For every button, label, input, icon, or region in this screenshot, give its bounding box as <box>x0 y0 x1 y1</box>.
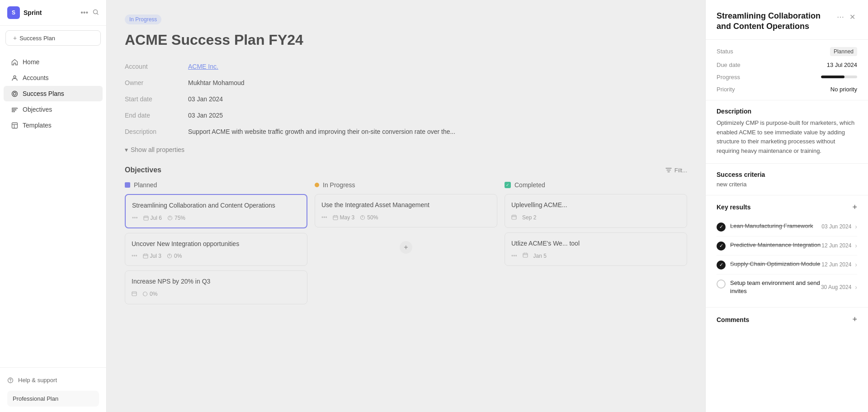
sidebar-logo-area: S Sprint <box>7 6 42 19</box>
completed-status-icon: ✓ <box>505 182 511 188</box>
sidebar-header: S Sprint ••• <box>0 0 106 26</box>
add-comment-button[interactable]: + <box>852 315 857 324</box>
svg-point-15 <box>143 292 147 296</box>
home-icon <box>11 58 18 66</box>
sidebar-nav: Home Accounts Success Plans <box>0 50 106 367</box>
sidebar-item-accounts[interactable]: Accounts <box>4 70 103 85</box>
accounts-icon <box>11 74 18 81</box>
add-in-progress-button[interactable]: + <box>400 241 412 254</box>
add-button-label: Success Plan <box>19 35 55 42</box>
show-all-props-label: Show all properties <box>131 146 184 153</box>
sidebar-bottom: Help & support Professional Plan <box>0 367 106 412</box>
properties-grid: Account ACME Inc. Owner Mukhtar Mohamoud… <box>125 61 687 137</box>
more-options-icon-1[interactable]: ••• <box>132 253 137 259</box>
kr-chevron-1[interactable]: › <box>855 242 857 249</box>
kr-chevron-0[interactable]: › <box>855 223 857 230</box>
kr-check-1[interactable]: ✓ <box>717 242 726 251</box>
obj-card-0-1[interactable]: Uncover New Integration opportunities ••… <box>125 233 307 266</box>
kr-title-0: Lean Manufacturing Framework <box>730 222 813 230</box>
chevron-down-icon: ▾ <box>125 146 128 153</box>
page-title: ACME Success Plan FY24 <box>125 32 687 48</box>
owner-value: Mukhtar Mohamoud <box>188 77 687 88</box>
svg-rect-14 <box>132 292 137 296</box>
svg-rect-16 <box>333 216 338 220</box>
obj-card-0-2[interactable]: Increase NPS by 20% in Q3 0% <box>125 270 307 304</box>
show-all-properties-button[interactable]: ▾ Show all properties <box>125 146 184 153</box>
right-panel: Streamlining Collaboration and Content O… <box>705 0 868 412</box>
key-results-header: Key results + <box>717 203 857 212</box>
column-in-progress: In Progress Use the Integrated Asset Man… <box>315 181 497 309</box>
kr-chevron-2[interactable]: › <box>855 261 857 268</box>
obj-card-0-1-title: Uncover New Integration opportunities <box>132 240 301 249</box>
kr-title-3: Setup team environment and send invites <box>730 279 821 295</box>
column-planned: Planned Streamlining Collaboration and C… <box>125 181 307 309</box>
sidebar-search-button[interactable] <box>93 9 99 17</box>
account-value[interactable]: ACME Inc. <box>188 61 687 72</box>
obj-card-2-0[interactable]: Uplevelling ACME... Sep 2 <box>505 194 687 228</box>
filter-button[interactable]: Filt... <box>665 167 687 174</box>
sidebar: S Sprint ••• + Success Plan Home <box>0 0 107 412</box>
sidebar-more-button[interactable]: ••• <box>79 8 90 18</box>
rp-status-value[interactable]: Planned <box>830 47 857 56</box>
kr-date-1: 12 Jun 2024 <box>821 242 851 249</box>
svg-rect-10 <box>144 216 148 220</box>
rp-priority-value: No priority <box>830 86 857 93</box>
kr-check-0[interactable]: ✓ <box>717 223 726 232</box>
svg-point-9 <box>10 381 10 382</box>
svg-point-3 <box>13 92 16 95</box>
kr-date-2: 12 Jun 2024 <box>821 261 851 268</box>
right-panel-comments: Comments + <box>706 308 868 331</box>
obj-card-2-0-meta: Sep 2 <box>511 214 680 221</box>
success-criteria-value: new criteria <box>717 181 857 188</box>
kr-chevron-3[interactable]: › <box>855 284 857 291</box>
planned-status-icon <box>125 182 130 188</box>
obj-card-2-1[interactable]: Utlize ACME's We... tool ••• Jan 5 <box>505 232 687 266</box>
obj-card-1-0[interactable]: Use the Integrated Asset Management ••• … <box>315 194 497 227</box>
column-completed: ✓ Completed Uplevelling ACME... Sep 2 Ut… <box>505 181 687 309</box>
rp-progress-row: Progress <box>717 74 857 81</box>
obj-card-0-0[interactable]: Streamlining Collaboration and Content O… <box>125 194 307 228</box>
right-panel-close-button[interactable]: ✕ <box>848 11 857 23</box>
svg-rect-7 <box>12 123 17 128</box>
end-date-value: 03 Jan 2025 <box>188 110 687 121</box>
kr-item-0: ✓ Lean Manufacturing Framework 03 Jun 20… <box>717 218 857 237</box>
kr-title-2: Supply Chain Optimization Module <box>730 260 820 268</box>
professional-plan-item[interactable]: Professional Plan <box>7 391 99 407</box>
right-panel-more-button[interactable]: ⋯ <box>835 11 846 23</box>
sidebar-item-objectives[interactable]: Objectives <box>4 102 103 117</box>
sidebar-item-success-plans[interactable]: Success Plans <box>4 86 103 101</box>
rp-status-label: Status <box>717 48 733 55</box>
column-planned-label: Planned <box>134 181 157 189</box>
kr-check-2[interactable]: ✓ <box>717 260 726 270</box>
more-options-icon[interactable]: ••• <box>132 215 138 221</box>
rp-progress-label: Progress <box>717 74 740 81</box>
sidebar-item-templates[interactable]: Templates <box>4 118 103 133</box>
right-panel-title: Streamlining Collaboration and Content O… <box>717 11 830 32</box>
kr-check-3[interactable] <box>717 279 726 289</box>
objectives-section-header: Objectives Filt... <box>125 166 687 174</box>
svg-rect-4 <box>12 108 17 109</box>
svg-rect-12 <box>143 254 148 258</box>
obj-card-0-0-date: Jul 6 <box>143 215 162 221</box>
svg-point-1 <box>14 76 16 78</box>
main-content: In Progress ACME Success Plan FY24 Accou… <box>107 0 705 412</box>
description-value: Support ACME with website traffic growth… <box>188 126 687 137</box>
owner-label: Owner <box>125 77 188 88</box>
kr-title-1: Predictive Maintenance Integration <box>730 241 821 249</box>
rp-status-row: Status Planned <box>717 47 857 56</box>
objectives-columns: Planned Streamlining Collaboration and C… <box>125 181 687 309</box>
add-success-plan-button[interactable]: + Success Plan <box>5 30 101 46</box>
help-support-item[interactable]: Help & support <box>7 373 99 387</box>
more-options-icon-3[interactable]: ••• <box>511 253 517 259</box>
start-date-label: Start date <box>125 94 188 104</box>
right-panel-properties: Status Planned Due date 13 Jul 2024 Prog… <box>706 40 868 100</box>
add-in-progress-area: + <box>315 232 497 263</box>
sidebar-item-home[interactable]: Home <box>4 54 103 70</box>
more-options-icon-2[interactable]: ••• <box>321 214 327 221</box>
obj-card-0-0-progress: 75% <box>167 215 185 221</box>
home-label: Home <box>23 58 39 66</box>
success-plans-icon <box>11 90 18 97</box>
right-panel-key-results: Key results + ✓ Lean Manufacturing Frame… <box>706 195 868 308</box>
sidebar-app-name: Sprint <box>24 9 42 16</box>
add-key-result-button[interactable]: + <box>852 203 857 212</box>
